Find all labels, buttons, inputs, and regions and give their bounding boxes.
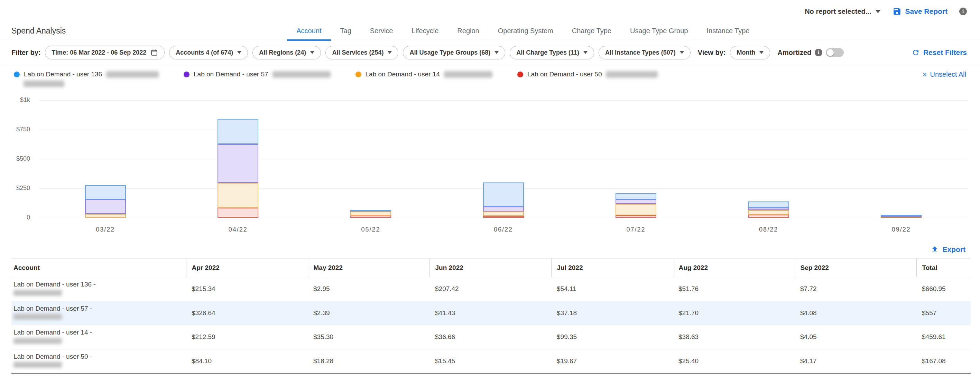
info-icon[interactable]: i: [815, 49, 822, 56]
total-value: $20.02: [795, 373, 916, 376]
redacted-text: [13, 362, 62, 368]
filter-pill-time[interactable]: Time: 06 Mar 2022 - 06 Sep 2022: [45, 46, 165, 59]
redacted-text: [13, 290, 62, 296]
gridline: [39, 100, 967, 101]
total-value: $210.32: [551, 373, 673, 376]
tab-usage-type-group[interactable]: Usage Type Group: [621, 27, 697, 41]
chevron-down-icon: [680, 51, 684, 54]
bar-segment: [881, 215, 921, 216]
spend-value: $660.95: [916, 277, 970, 301]
filter-pill-usage-type-groups[interactable]: All Usage Type Groups (68): [403, 46, 505, 59]
bar-segment: [218, 144, 258, 183]
tab-service[interactable]: Service: [361, 27, 402, 41]
legend-label: Lab on Demand - user 136: [24, 70, 102, 78]
save-report-button[interactable]: Save Report: [892, 7, 948, 16]
filter-pill-services[interactable]: All Services (254): [325, 46, 398, 59]
tab-operating-system[interactable]: Operating System: [488, 27, 563, 41]
legend-item[interactable]: Lab on Demand - user 14: [355, 70, 492, 78]
filter-pill-label: All Services (254): [332, 49, 383, 56]
bar-segment: [85, 199, 126, 214]
info-icon[interactable]: i: [959, 8, 967, 15]
redacted-text: [24, 81, 64, 87]
redacted-text: [106, 71, 159, 78]
bar-segment: [218, 208, 258, 218]
filter-pill-regions[interactable]: All Regions (24): [253, 46, 321, 59]
table-total-row: Total$840.67$58.92$300.95$210.32$137.49$…: [11, 373, 970, 376]
x-tick-label: 08/22: [741, 226, 796, 233]
legend-row: Lab on Demand - user 136Lab on Demand - …: [0, 64, 980, 92]
save-icon: [892, 7, 902, 16]
spend-value: $167.08: [916, 349, 970, 373]
tab-account[interactable]: Account: [287, 27, 331, 41]
reset-filters-button[interactable]: Reset Filters: [912, 48, 967, 57]
spend-value: $19.67: [551, 349, 673, 373]
filter-pill-label: All Instance Types (507): [605, 49, 676, 56]
account-name: Lab on Demand - user 136 -: [13, 280, 183, 289]
spend-value: $215.34: [186, 277, 308, 301]
table-row[interactable]: Lab on Demand - user 50 -$84.10$18.28$15…: [11, 349, 970, 373]
amortized-toggle[interactable]: [826, 48, 844, 57]
view-by-dropdown[interactable]: Month: [730, 46, 770, 59]
table-row[interactable]: Lab on Demand - user 57 -$328.64$2.39$41…: [11, 301, 970, 325]
table-row[interactable]: Lab on Demand - user 14 -$212.59$35.30$3…: [11, 325, 970, 349]
legend-item[interactable]: Lab on Demand - user 57: [184, 70, 330, 78]
account-cell: Lab on Demand - user 57 -: [11, 301, 186, 325]
report-selector-dropdown[interactable]: No report selected...: [805, 8, 881, 16]
tab-lifecycle[interactable]: Lifecycle: [402, 27, 448, 41]
bar-segment: [218, 119, 258, 144]
total-value: $1,845: [916, 373, 970, 376]
bar-segment: [616, 193, 656, 199]
filter-pill-label: All Charge Types (11): [516, 49, 579, 56]
bar-segment: [616, 215, 656, 218]
spend-chart: $1k$750$500$2500 03/2204/2205/2206/2207/…: [11, 93, 970, 237]
view-by-value: Month: [737, 49, 755, 56]
column-header: Jun 2022: [430, 259, 551, 277]
account-name: Lab on Demand - user 50 -: [13, 352, 183, 361]
unselect-all-button[interactable]: × Unselect All: [923, 70, 966, 78]
total-value: $300.95: [430, 373, 551, 376]
export-label: Export: [942, 245, 966, 254]
header-row: Spend Analysis AccountTagServiceLifecycl…: [0, 19, 980, 41]
legend-line: Lab on Demand - user 50: [517, 70, 658, 78]
tab-charge-type[interactable]: Charge Type: [563, 27, 621, 41]
tab-instance-type[interactable]: Instance Type: [697, 27, 759, 41]
page-title: Spend Analysis: [11, 26, 66, 41]
filter-pill-instance-types[interactable]: All Instance Types (507): [598, 46, 690, 59]
spend-value: $18.28: [308, 349, 430, 373]
filter-pill-charge-types[interactable]: All Charge Types (11): [510, 46, 594, 59]
spend-value: $557: [916, 301, 970, 325]
tab-region[interactable]: Region: [448, 27, 488, 41]
legend-item[interactable]: Lab on Demand - user 136: [14, 70, 159, 87]
filter-pill-accounts[interactable]: Accounts 4 (of 674): [169, 46, 248, 59]
gridline: [39, 218, 967, 218]
bar-segment: [748, 208, 789, 210]
x-tick-label: 04/22: [210, 226, 266, 233]
legend-line: Lab on Demand - user 14: [355, 70, 492, 78]
reset-filters-label: Reset Filters: [923, 48, 967, 57]
spend-value: $84.10: [186, 349, 308, 373]
bar-segment: [483, 182, 524, 207]
spend-value: $4.05: [795, 325, 916, 349]
redacted-text: [13, 314, 62, 320]
bar-segment: [85, 185, 126, 199]
gridline: [39, 159, 967, 159]
spend-value: $4.08: [795, 301, 916, 325]
tab-tag[interactable]: Tag: [331, 27, 361, 41]
legend-item[interactable]: Lab on Demand - user 50: [517, 70, 658, 78]
export-button[interactable]: Export: [931, 245, 966, 254]
toggle-knob: [827, 49, 834, 56]
table-row[interactable]: Lab on Demand - user 136 -$215.34$2.95$2…: [11, 277, 970, 301]
bar-segment: [748, 201, 789, 208]
bar-segment: [483, 211, 524, 216]
total-value: $58.92: [308, 373, 430, 376]
account-name: Lab on Demand - user 14 -: [13, 328, 183, 336]
redacted-text: [13, 338, 62, 344]
total-label: Total: [11, 373, 186, 376]
spend-value: $37.18: [551, 301, 673, 325]
legend-label: Lab on Demand - user 57: [194, 70, 268, 78]
bar-segment: [616, 204, 656, 216]
report-selector-label: No report selected...: [805, 8, 871, 16]
view-by-label: View by:: [698, 49, 726, 57]
x-tick-label: 09/22: [873, 226, 929, 233]
x-tick-label: 03/22: [78, 226, 133, 233]
